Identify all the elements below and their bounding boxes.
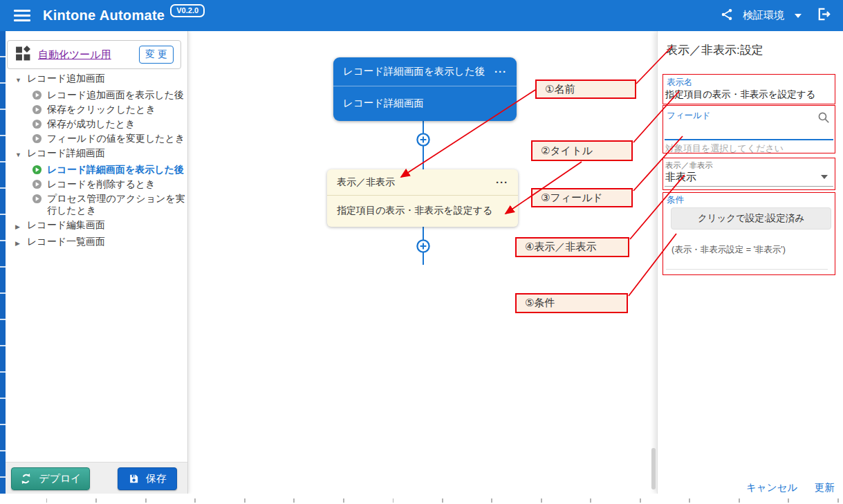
add-step-button[interactable] bbox=[415, 131, 432, 148]
app-root: Kintone Automate V0.2.0 検証環境 自動化ツール用 変 更… bbox=[0, 0, 843, 504]
annotation-title: ②タイトル bbox=[531, 140, 633, 161]
tree-item-save-success[interactable]: 保存が成功したとき bbox=[6, 117, 187, 131]
tree-group-label: レコード一覧画面 bbox=[27, 236, 105, 248]
tree-item-label: レコードを削除するとき bbox=[47, 178, 156, 190]
display-name-value[interactable]: 指定項目の表示・非表示を設定する bbox=[665, 88, 815, 101]
play-circle-icon bbox=[32, 194, 42, 204]
condition-set-button[interactable]: クリックで設定:設定済み bbox=[671, 207, 831, 230]
app-grid-icon bbox=[15, 45, 32, 65]
tree-item-save-clicked[interactable]: 保存をクリックしたとき bbox=[6, 102, 187, 117]
deploy-button[interactable]: デプロイ bbox=[11, 467, 90, 490]
condition-expression: (表示・非表示設定 = '非表示') bbox=[671, 244, 786, 256]
chevron-collapsed-icon[interactable]: ▶ bbox=[15, 238, 22, 250]
visibility-select-value[interactable]: 非表示 bbox=[665, 171, 696, 184]
field-helper-text: 対象項目を選択してください bbox=[665, 142, 784, 155]
tree-group-label: レコード追加画面 bbox=[27, 73, 105, 84]
display-name-label: 表示名 bbox=[667, 77, 693, 88]
flow-node-action-subtitle: 指定項目の表示・非表示を設定する bbox=[337, 205, 492, 217]
save-button-label: 保存 bbox=[146, 472, 167, 485]
play-circle-icon bbox=[32, 119, 42, 129]
tree-item-label: 保存をクリックしたとき bbox=[47, 104, 156, 115]
condition-label: 条件 bbox=[667, 194, 684, 206]
save-button[interactable]: 保存 bbox=[118, 467, 177, 490]
chevron-collapsed-icon[interactable]: ▶ bbox=[15, 221, 22, 233]
tree-item-label: 保存が成功したとき bbox=[47, 118, 136, 130]
flow-node-event-header: レコード詳細画面を表示した後 ··· bbox=[333, 57, 517, 86]
tree-group-label: レコード詳細画面 bbox=[27, 147, 105, 159]
annotation-name: ①名前 bbox=[535, 80, 636, 99]
tree-item-label: プロセス管理のアクションを実行したとき bbox=[47, 193, 185, 216]
play-circle-icon bbox=[32, 90, 42, 100]
annotation-condition: ⑤条件 bbox=[515, 293, 628, 313]
update-link[interactable]: 更新 bbox=[815, 481, 835, 494]
tree-item-field-changed[interactable]: フィールドの値を変更したとき bbox=[6, 131, 187, 146]
flow-node-event-title: レコード詳細画面を表示した後 bbox=[343, 65, 485, 78]
node-menu-dots-icon[interactable]: ··· bbox=[494, 66, 507, 77]
sidebar: 自動化ツール用 変 更 ▼ レコード追加画面 レコード追加画面を表示した後 保存… bbox=[6, 31, 188, 494]
tree-item-process-action[interactable]: プロセス管理のアクションを実行したとき bbox=[6, 192, 187, 218]
visibility-select-underline bbox=[665, 186, 833, 187]
flow-node-event-body: レコード詳細画面 bbox=[333, 86, 517, 120]
tree-item-detail-shown-selected[interactable]: レコード詳細画面を表示した後 bbox=[6, 162, 187, 177]
current-app-box: 自動化ツール用 変 更 bbox=[7, 40, 181, 69]
environment-selector-label[interactable]: 検証環境 bbox=[743, 9, 784, 22]
node-menu-dots-icon[interactable]: ··· bbox=[496, 177, 508, 187]
left-edge-strip bbox=[0, 31, 6, 494]
deploy-button-label: デプロイ bbox=[39, 472, 81, 485]
tree-item-record-delete[interactable]: レコードを削除するとき bbox=[6, 177, 187, 192]
annotation-visibility: ④表示／非表示 bbox=[515, 237, 629, 257]
visibility-label: 表示／非表示 bbox=[665, 160, 713, 171]
chevron-expanded-icon[interactable]: ▼ bbox=[15, 149, 22, 161]
logout-icon[interactable] bbox=[816, 6, 832, 25]
chevron-down-icon[interactable] bbox=[795, 14, 802, 18]
field-input-underline bbox=[665, 139, 833, 140]
search-icon[interactable] bbox=[817, 111, 830, 127]
floppy-save-icon bbox=[128, 473, 140, 485]
ruler-ticks bbox=[46, 498, 842, 503]
field-section: フィールド 対象項目を選択してください bbox=[663, 105, 835, 153]
share-icon[interactable] bbox=[720, 8, 734, 24]
event-tree: ▼ レコード追加画面 レコード追加画面を表示した後 保存をクリックしたとき 保存… bbox=[6, 71, 187, 251]
add-step-button[interactable] bbox=[415, 238, 432, 254]
flow-node-action-title: 表示／非表示 bbox=[337, 176, 395, 189]
settings-panel: 表示／非表示:設定 表示名 指定項目の表示・非表示を設定する フィールド 対象項… bbox=[657, 31, 843, 494]
tree-group-record-detail[interactable]: ▼ レコード詳細画面 bbox=[6, 146, 187, 162]
condition-divider bbox=[666, 269, 828, 270]
app-name-link[interactable]: 自動化ツール用 bbox=[38, 48, 111, 62]
hamburger-menu-icon[interactable] bbox=[14, 10, 30, 21]
tree-group-record-add[interactable]: ▼ レコード追加画面 bbox=[6, 71, 187, 88]
tree-group-record-list[interactable]: ▶ レコード一覧画面 bbox=[6, 234, 187, 251]
flow-node-event-subtitle: レコード詳細画面 bbox=[343, 97, 424, 110]
cancel-link[interactable]: キャンセル bbox=[746, 481, 797, 494]
bottom-ruler-strip bbox=[0, 494, 843, 504]
refresh-icon bbox=[19, 472, 33, 485]
flow-node-action[interactable]: 表示／非表示 ··· 指定項目の表示・非表示を設定する bbox=[327, 169, 518, 227]
visibility-section: 表示／非表示 非表示 bbox=[663, 158, 835, 190]
canvas-scrollbar[interactable] bbox=[651, 448, 656, 489]
tree-group-label: レコード編集画面 bbox=[27, 219, 105, 231]
app-title: Kintone Automate bbox=[43, 8, 165, 24]
tree-item-label: レコード詳細画面を表示した後 bbox=[47, 164, 184, 176]
condition-section: 条件 クリックで設定:設定済み (表示・非表示設定 = '非表示') bbox=[663, 192, 835, 275]
play-circle-icon bbox=[32, 104, 42, 115]
display-name-section: 表示名 指定項目の表示・非表示を設定する bbox=[663, 74, 835, 104]
change-app-button[interactable]: 変 更 bbox=[139, 46, 174, 64]
app-header: Kintone Automate V0.2.0 検証環境 bbox=[0, 0, 843, 31]
chevron-expanded-icon[interactable]: ▼ bbox=[15, 75, 22, 86]
flow-node-action-header: 表示／非表示 ··· bbox=[327, 169, 518, 196]
tree-group-record-edit[interactable]: ▶ レコード編集画面 bbox=[6, 218, 187, 234]
settings-panel-title: 表示／非表示:設定 bbox=[666, 42, 763, 58]
dropdown-caret-icon[interactable] bbox=[821, 175, 828, 179]
flow-node-event[interactable]: レコード詳細画面を表示した後 ··· レコード詳細画面 bbox=[333, 57, 517, 121]
field-search-input[interactable] bbox=[665, 121, 815, 138]
play-circle-icon bbox=[32, 133, 42, 144]
flow-node-action-body: 指定項目の表示・非表示を設定する bbox=[327, 196, 518, 226]
tree-item-label: レコード追加画面を表示した後 bbox=[47, 89, 184, 101]
tree-item-label: フィールドの値を変更したとき bbox=[47, 133, 185, 144]
field-label: フィールド bbox=[667, 110, 711, 122]
version-badge: V0.2.0 bbox=[170, 4, 205, 17]
header-right-group: 検証環境 bbox=[720, 6, 832, 25]
play-circle-icon-active bbox=[32, 165, 42, 175]
annotation-field: ③フィールド bbox=[531, 188, 633, 207]
tree-item-add-shown[interactable]: レコード追加画面を表示した後 bbox=[6, 88, 187, 102]
